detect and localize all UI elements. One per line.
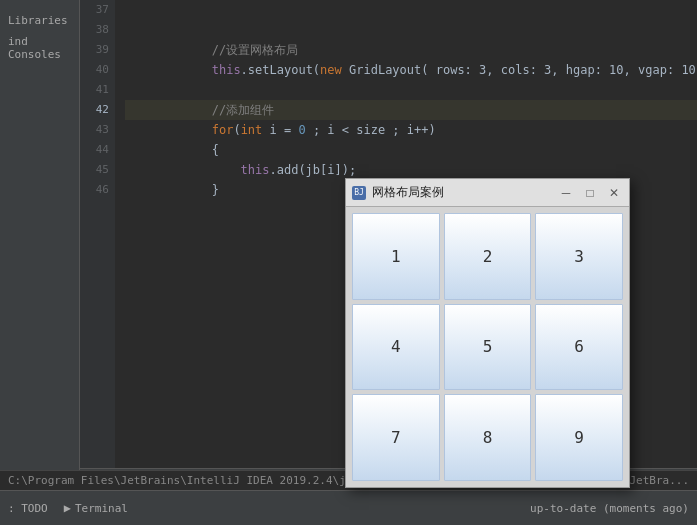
indent-42 <box>183 123 212 137</box>
rows-39: rows <box>436 63 465 77</box>
terminal-path-left: C:\Program Files\JetBrains\IntelliJ IDEA… <box>8 474 359 487</box>
vgap-39: vgap <box>638 63 667 77</box>
tab-terminal-label: Terminal <box>75 502 128 515</box>
float-window: BJ 网格布局案例 ─ □ ✕ 1 2 3 4 5 6 7 8 9 <box>345 178 630 488</box>
indent-44 <box>183 163 241 177</box>
paren-42: ( <box>233 123 240 137</box>
grid-cell-3[interactable]: 3 <box>535 213 623 300</box>
grid-cell-4-label: 4 <box>391 337 401 356</box>
grid-cell-6-label: 6 <box>574 337 584 356</box>
grid-cell-9-label: 9 <box>574 428 584 447</box>
float-title: 网格布局案例 <box>372 184 551 201</box>
line-num-40: 40 <box>80 60 109 80</box>
grid-cell-7-label: 7 <box>391 428 401 447</box>
tab-todo[interactable]: : TODO <box>8 502 48 515</box>
new-39: new <box>320 63 342 77</box>
float-close-button[interactable]: ✕ <box>605 184 623 202</box>
method-39a: .setLayout( <box>241 63 320 77</box>
grid-cell-8[interactable]: 8 <box>444 394 532 481</box>
grid-cell-9[interactable]: 9 <box>535 394 623 481</box>
grid-cell-1-label: 1 <box>391 247 401 266</box>
code-line-41: //添加组件 <box>125 80 697 100</box>
line-num-39: 39 <box>80 40 109 60</box>
this-39: this <box>212 63 241 77</box>
class-39: GridLayout( <box>342 63 436 77</box>
left-sidebar: Libraries ind Consoles <box>0 0 80 490</box>
grid-cell-2-label: 2 <box>483 247 493 266</box>
bottom-bar: : TODO ▶ Terminal up-to-date (moments ag… <box>0 490 697 525</box>
line-num-38: 38 <box>80 20 109 40</box>
line-num-37: 37 <box>80 0 109 20</box>
status-text: up-to-date (moments ago) <box>530 502 689 515</box>
grid-layout: 1 2 3 4 5 6 7 8 9 <box>352 213 623 481</box>
comment-38: //设置网格布局 <box>183 43 298 57</box>
cond-42: ; i < size ; i++) <box>306 123 436 137</box>
sidebar-item-consoles[interactable]: ind Consoles <box>0 31 79 65</box>
this-44: this <box>241 163 270 177</box>
indent-39 <box>183 63 212 77</box>
code-line-38: //设置网格布局 <box>125 20 697 40</box>
grid-cell-1[interactable]: 1 <box>352 213 440 300</box>
grid-cell-5[interactable]: 5 <box>444 304 532 391</box>
float-minimize-button[interactable]: ─ <box>557 184 575 202</box>
grid-cell-8-label: 8 <box>483 428 493 447</box>
cols-39: cols <box>501 63 530 77</box>
colon-39a: : 3, <box>465 63 501 77</box>
var-42a: i = <box>262 123 298 137</box>
float-app-icon: BJ <box>352 186 366 200</box>
grid-cell-6[interactable]: 6 <box>535 304 623 391</box>
for-42: for <box>212 123 234 137</box>
method-44: .add(jb[i]); <box>270 163 357 177</box>
terminal-icon: ▶ <box>64 501 71 515</box>
colon-39c: : 10, <box>595 63 638 77</box>
float-icon-text: BJ <box>354 188 364 197</box>
code-line-37 <box>125 0 697 20</box>
hgap-39: hgap <box>566 63 595 77</box>
grid-cell-4[interactable]: 4 <box>352 304 440 391</box>
grid-cell-2[interactable]: 2 <box>444 213 532 300</box>
line-num-41: 41 <box>80 80 109 100</box>
line-num-44: 44 <box>80 140 109 160</box>
code-lines: //设置网格布局 this.setLayout(new GridLayout( … <box>115 0 697 200</box>
line-num-45: 45 <box>80 160 109 180</box>
line-num-46: 46 <box>80 180 109 200</box>
comment-41: //添加组件 <box>183 103 274 117</box>
brace-45: } <box>183 183 219 197</box>
line-num-42: 42 <box>80 100 109 120</box>
line-num-43: 43 <box>80 120 109 140</box>
ide-background: Libraries ind Consoles 37 38 39 40 41 42… <box>0 0 697 525</box>
int-42: int <box>241 123 263 137</box>
tab-terminal[interactable]: ▶ Terminal <box>64 501 128 515</box>
status-label: up-to-date (moments ago) <box>530 502 689 515</box>
grid-cell-5-label: 5 <box>483 337 493 356</box>
float-content: 1 2 3 4 5 6 7 8 9 <box>346 207 629 487</box>
tab-todo-label: : TODO <box>8 502 48 515</box>
colon-39d: : 10)); <box>667 63 697 77</box>
float-maximize-button[interactable]: □ <box>581 184 599 202</box>
brace-43: { <box>183 143 219 157</box>
grid-cell-7[interactable]: 7 <box>352 394 440 481</box>
colon-39b: : 3, <box>530 63 566 77</box>
line-numbers: 37 38 39 40 41 42 43 44 45 46 <box>80 0 115 490</box>
zero-42: 0 <box>298 123 305 137</box>
sidebar-item-libraries[interactable]: Libraries <box>0 10 79 31</box>
float-titlebar: BJ 网格布局案例 ─ □ ✕ <box>346 179 629 207</box>
grid-cell-3-label: 3 <box>574 247 584 266</box>
